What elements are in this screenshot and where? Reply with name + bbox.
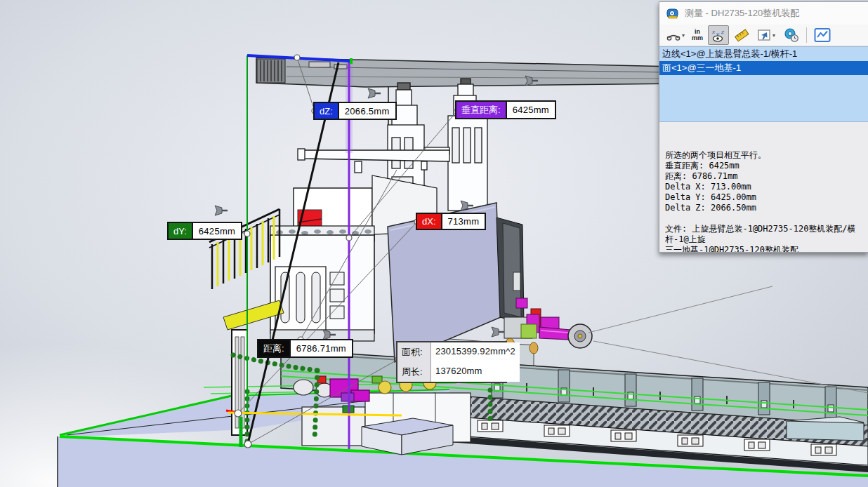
dx-key: dX: (417, 214, 442, 229)
face-properties-callout[interactable]: 面积: 23015399.92mm^2 周长: 137620mm (396, 341, 507, 383)
arc-measure-button[interactable]: ▾ (664, 25, 687, 45)
result-vertical-distance: 垂直距离: 6425mm (665, 161, 862, 171)
results-chart-button[interactable] (812, 25, 833, 45)
dy-key: dY: (169, 223, 193, 239)
selection-item-face[interactable]: 面<1>@三一地基-1 (659, 61, 868, 75)
chart-icon (814, 27, 831, 43)
selection-list[interactable]: 边线<1>@上旋悬臂总装-1/横杆-1 面<1>@三一地基-1 (659, 46, 868, 122)
file-reference-2: 三一地基-1@DH2735-120整机装配 (665, 245, 862, 253)
selection-arrow-icon (756, 27, 772, 43)
show-xyz-button[interactable]: x y z (708, 25, 729, 45)
dz-value: 2066.5mm (339, 103, 395, 119)
measure-panel: 测量 - DH2735-120整机装配 ▾ in mm x y (659, 1, 868, 253)
measurement-history-button[interactable] (780, 25, 801, 45)
selection-item-edge[interactable]: 边线<1>@上旋悬臂总装-1/横杆-1 (659, 47, 868, 61)
dx-value: 713mm (442, 214, 485, 229)
dropdown-caret-icon[interactable]: ▾ (772, 32, 775, 39)
dy-value: 6425mm (193, 223, 241, 239)
measure-toolbar: ▾ in mm x y z (659, 25, 868, 46)
dz-key: dZ: (315, 103, 339, 119)
measure-ruler-button[interactable] (732, 25, 751, 45)
toolbar-separator (806, 27, 807, 43)
units-button[interactable]: in mm (690, 25, 705, 45)
dx-label[interactable]: dX: 713mm (416, 213, 486, 230)
distance-key: 距离: (258, 340, 291, 356)
measurement-results: 所选的两个项目相互平行。 垂直距离: 6425mm 距离: 6786.71mm … (659, 143, 868, 253)
units-mm: mm (692, 35, 703, 41)
perimeter-value: 137620mm (431, 362, 520, 382)
pin-icon (368, 88, 381, 98)
rail-deck-box (787, 417, 864, 441)
area-value: 23015399.92mm^2 (431, 342, 520, 362)
dz-label[interactable]: dZ: 2066.5mm (313, 102, 397, 120)
file-reference-1: 文件: 上旋悬臂总装-1@DH2735-120整机装配/横杆-1@上旋 (665, 224, 862, 245)
distance-value: 6786.71mm (291, 340, 352, 356)
measure-panel-titlebar[interactable]: 测量 - DH2735-120整机装配 (659, 2, 868, 25)
vertical-distance-value: 6425mm (507, 102, 555, 118)
svg-text:x: x (711, 29, 716, 35)
history-tape-icon (782, 27, 799, 43)
vertical-distance-key: 垂直距离: (456, 102, 507, 118)
arc-measure-icon (666, 27, 681, 43)
perimeter-key: 周长: (397, 362, 431, 382)
pin-icon (492, 327, 504, 337)
result-distance: 距离: 6786.71mm (665, 171, 862, 182)
dropdown-caret-icon[interactable]: ▾ (682, 32, 685, 39)
result-delta-z: Delta Z: 2066.50mm (665, 203, 862, 213)
pin-icon (215, 206, 228, 215)
distance-label[interactable]: 距离: 6786.71mm (257, 339, 353, 358)
solidworks-viewport: dZ: 2066.5mm 垂直距离: 6425mm dY: 6425mm dX:… (0, 0, 868, 487)
panel-title: 测量 - DH2735-120整机装配 (685, 7, 799, 20)
xyz-eye-icon: x y z (710, 27, 727, 43)
result-delta-x: Delta X: 713.00mm (665, 182, 862, 192)
measuring-tape-icon (666, 7, 679, 20)
vertical-distance-label[interactable]: 垂直距离: 6425mm (455, 100, 556, 119)
parallel-note: 所选的两个项目相互平行。 (665, 150, 862, 161)
ruler-icon (734, 27, 749, 43)
result-delta-y: Delta Y: 6425.00mm (665, 192, 862, 203)
svg-text:z: z (721, 29, 724, 35)
area-key: 面积: (397, 342, 431, 362)
dy-label[interactable]: dY: 6425mm (167, 222, 242, 240)
selection-filter-button[interactable]: ▾ (754, 25, 777, 45)
